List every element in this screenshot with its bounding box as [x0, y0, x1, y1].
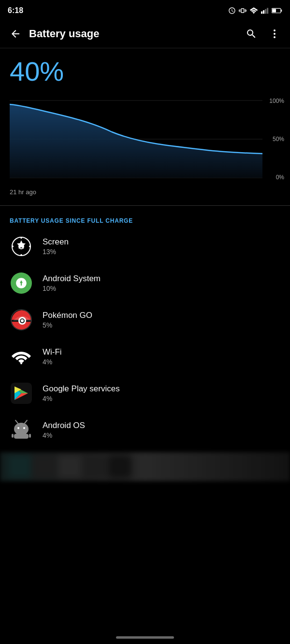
chart-label-50: 50%	[269, 136, 284, 143]
android-os-text: Android OS 4%	[43, 421, 280, 439]
pokemon-percent: 5%	[43, 321, 280, 329]
android-os-name: Android OS	[43, 421, 280, 430]
svg-point-21	[22, 282, 24, 284]
gplay-percent: 4%	[43, 395, 280, 402]
svg-rect-16	[21, 237, 22, 239]
vibrate-icon	[239, 7, 246, 14]
svg-rect-35	[14, 434, 29, 439]
svg-rect-4	[267, 8, 268, 14]
pokemon-usage-item[interactable]: Pokémon GO 5%	[0, 301, 290, 338]
pokemon-text: Pokémon GO 5%	[43, 311, 280, 329]
svg-line-34	[25, 420, 27, 423]
chart-label-100: 100%	[269, 98, 284, 104]
signal-icon	[261, 7, 269, 14]
screen-icon	[10, 235, 33, 258]
svg-line-33	[15, 420, 18, 423]
svg-rect-1	[261, 12, 262, 14]
android-system-usage-item[interactable]: Android System 10%	[0, 265, 290, 301]
status-bar: 6:18	[0, 0, 290, 19]
svg-rect-2	[263, 10, 264, 14]
android-system-text: Android System 10%	[43, 274, 280, 292]
battery-header: 40%	[0, 48, 290, 96]
pokemon-name: Pokémon GO	[43, 311, 280, 320]
gplay-icon	[10, 382, 33, 405]
svg-rect-17	[21, 254, 22, 256]
svg-rect-37	[29, 434, 31, 438]
svg-rect-3	[265, 9, 266, 14]
svg-point-8	[274, 29, 276, 31]
gplay-text: Google Play services 4%	[43, 384, 280, 402]
battery-status-icon	[272, 8, 282, 14]
navigation-bar	[0, 632, 290, 644]
wifi-text: Wi-Fi 4%	[43, 347, 280, 366]
android-system-percent: 10%	[43, 285, 280, 292]
svg-point-10	[274, 36, 276, 38]
gplay-usage-item[interactable]: Google Play services 4%	[0, 375, 290, 412]
alarm-icon	[228, 7, 236, 14]
wifi-status-icon	[249, 7, 258, 14]
svg-point-27	[20, 362, 22, 364]
battery-percentage: 40%	[10, 58, 280, 85]
wifi-percent: 4%	[43, 358, 280, 366]
svg-rect-19	[29, 246, 30, 247]
wifi-usage-item[interactable]: Wi-Fi 4%	[0, 338, 290, 375]
svg-rect-36	[12, 434, 14, 438]
page-title: Battery usage	[29, 28, 242, 40]
svg-point-0	[253, 13, 254, 14]
nav-pill	[116, 636, 174, 639]
svg-point-9	[274, 33, 276, 35]
android-os-percent: 4%	[43, 431, 280, 439]
svg-point-32	[23, 427, 25, 429]
svg-point-20	[19, 282, 20, 284]
screen-percent: 13%	[43, 248, 280, 256]
wifi-name: Wi-Fi	[43, 347, 280, 357]
section-divider	[0, 205, 290, 206]
svg-point-31	[17, 427, 19, 429]
screen-usage-item[interactable]: Screen 13%	[0, 228, 290, 265]
android-system-icon	[10, 272, 33, 295]
android-system-name: Android System	[43, 274, 280, 284]
status-icons	[228, 7, 282, 14]
section-header: BATTERY USAGE SINCE FULL CHARGE	[0, 210, 290, 228]
svg-rect-7	[272, 9, 276, 12]
bottom-blur-bar	[0, 452, 290, 481]
search-button[interactable]	[242, 24, 261, 43]
status-time: 6:18	[8, 6, 23, 15]
android-os-usage-item[interactable]: Android OS 4%	[0, 412, 290, 448]
wifi-icon-container	[10, 345, 33, 368]
app-bar: Battery usage	[0, 19, 290, 48]
battery-chart: 100% 50% 0%	[10, 96, 280, 183]
svg-rect-18	[12, 246, 14, 247]
screen-text: Screen 13%	[43, 237, 280, 256]
gplay-name: Google Play services	[43, 384, 280, 394]
back-button[interactable]	[6, 24, 25, 43]
chart-y-labels: 100% 50% 0%	[269, 96, 284, 183]
android-os-icon-container	[10, 418, 33, 442]
pokemon-icon	[10, 308, 33, 331]
screen-name: Screen	[43, 237, 280, 247]
svg-point-30	[14, 423, 29, 435]
app-bar-actions	[242, 24, 284, 43]
chart-label-0: 0%	[269, 174, 284, 181]
more-options-button[interactable]	[265, 24, 284, 43]
svg-rect-6	[281, 10, 282, 12]
chart-time-label: 21 hr ago	[0, 186, 290, 201]
